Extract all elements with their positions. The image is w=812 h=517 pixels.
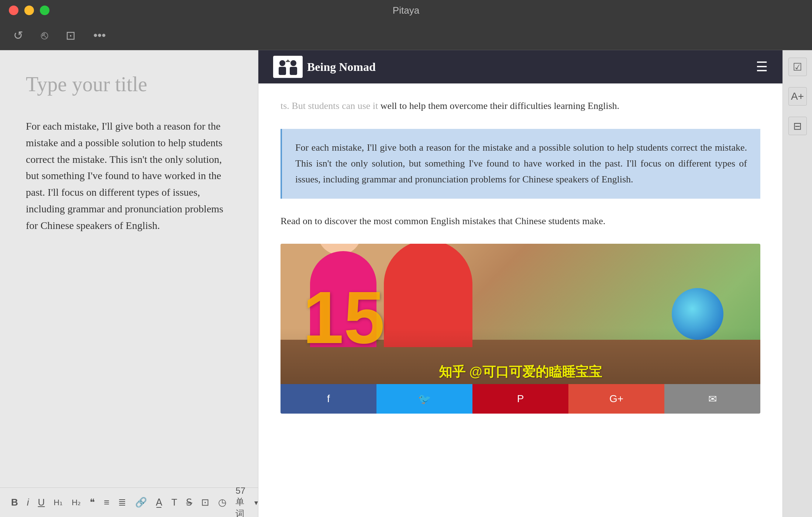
share-icon[interactable]: ⎋	[41, 28, 48, 42]
word-count-dropdown[interactable]: ▾	[254, 498, 258, 507]
app-title: Pitaya	[393, 5, 419, 16]
svg-rect-1	[279, 67, 286, 75]
bottom-toolbar: B i U H₁ H₂ ❝ ≡ ≣ 🔗 A̲ T S̶ ⊡ ◷ 57 单词 ▾	[0, 487, 258, 517]
right-sidebar: ☑ A+ ⊟	[782, 50, 812, 517]
svg-point-2	[290, 60, 296, 66]
web-header: Being Nomad ☰	[258, 50, 782, 83]
close-button[interactable]	[9, 6, 18, 15]
read-on-text: Read on to discover the most common Engl…	[281, 213, 760, 229]
link-icon[interactable]: 🔗	[135, 497, 147, 508]
googleplus-share-button[interactable]: G+	[568, 384, 664, 414]
twitter-share-button[interactable]: 🐦	[376, 384, 472, 414]
refresh-icon[interactable]: ↺	[13, 28, 23, 42]
title-bar: Pitaya	[0, 0, 812, 21]
checkbox-icon[interactable]: ☑	[788, 58, 807, 76]
list-unordered-icon[interactable]: ≡	[104, 497, 109, 508]
logo-box	[273, 56, 303, 78]
editor-panel: Type your title For each mistake, I'll g…	[0, 50, 258, 517]
logo-text: Being Nomad	[307, 60, 376, 74]
english-word: English	[588, 100, 617, 111]
googleplus-icon: G+	[609, 393, 623, 405]
highlighted-text: For each mistake, I'll give both a reaso…	[295, 142, 747, 185]
intro-truncated: ts. But students can use it	[281, 100, 378, 111]
main-area: Type your title For each mistake, I'll g…	[0, 50, 812, 517]
strikethrough-icon[interactable]: S̶	[186, 497, 192, 508]
email-share-button[interactable]: ✉	[664, 384, 760, 414]
web-intro-text: ts. But students can use it well to help…	[281, 98, 760, 114]
svg-point-0	[279, 60, 285, 66]
pinterest-share-button[interactable]: P	[472, 384, 568, 414]
bold-icon[interactable]: B	[11, 497, 18, 508]
formula-icon[interactable]: A+	[788, 87, 807, 106]
word-count: 57 单词	[235, 486, 245, 517]
svg-rect-3	[290, 67, 297, 75]
underline-icon[interactable]: U	[38, 497, 45, 508]
maximize-button[interactable]	[40, 6, 49, 15]
h2-icon[interactable]: H₂	[72, 498, 81, 507]
toolbar: ↺ ⎋ ⊡ •••	[0, 21, 812, 50]
highlighted-paragraph: For each mistake, I'll give both a reaso…	[281, 129, 760, 199]
h1-icon[interactable]: H₁	[54, 498, 63, 507]
more-icon[interactable]: •••	[93, 28, 106, 42]
pinterest-icon: P	[517, 393, 524, 405]
list-ordered-icon[interactable]: ≣	[118, 497, 126, 508]
web-logo: Being Nomad	[273, 56, 376, 78]
expand-icon[interactable]: ⊡	[66, 28, 76, 42]
text-icon[interactable]: T	[171, 497, 177, 508]
history-icon[interactable]: ◷	[218, 497, 227, 508]
web-panel: Being Nomad ☰ ts. But students can use i…	[258, 50, 782, 517]
facebook-icon: f	[327, 393, 330, 405]
hamburger-menu-icon[interactable]: ☰	[756, 59, 768, 75]
web-content: ts. But students can use it well to help…	[258, 83, 782, 517]
web-image-container: 15 知乎 @可口可爱的瞌睡宝宝 f 🐦 P G+	[281, 244, 760, 414]
number-overlay: 15	[303, 281, 385, 355]
twitter-icon: 🐦	[418, 393, 431, 405]
svg-marker-4	[285, 59, 290, 62]
minimize-button[interactable]	[24, 6, 34, 15]
image-icon[interactable]: ⊡	[201, 497, 209, 508]
social-bar: f 🐦 P G+ ✉	[281, 384, 760, 414]
to-word: to	[399, 100, 407, 111]
quote-icon[interactable]: ❝	[90, 497, 95, 508]
italic-icon[interactable]: i	[27, 497, 29, 508]
email-icon: ✉	[708, 393, 717, 405]
watermark-text: 知乎 @可口可爱的瞌睡宝宝	[439, 363, 602, 381]
stack-icon[interactable]: ⊟	[788, 117, 807, 135]
underline2-icon[interactable]: A̲	[156, 497, 162, 508]
editor-body-text[interactable]: For each mistake, I'll give both a reaso…	[26, 118, 232, 234]
web-image: 15 知乎 @可口可爱的瞌睡宝宝	[281, 244, 760, 384]
editor-title-placeholder[interactable]: Type your title	[26, 72, 232, 96]
facebook-share-button[interactable]: f	[281, 384, 376, 414]
traffic-lights	[9, 6, 49, 15]
